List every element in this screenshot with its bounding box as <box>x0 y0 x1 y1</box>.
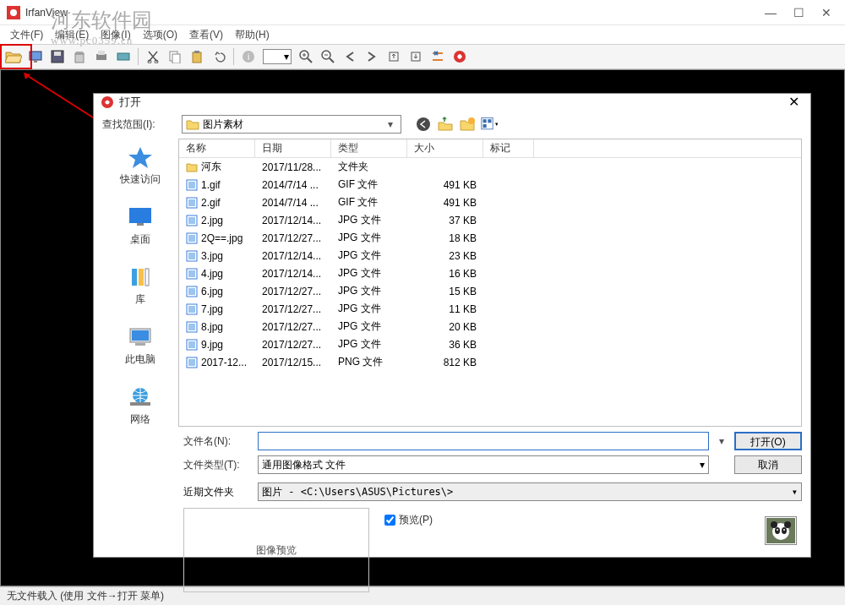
svg-rect-46 <box>135 343 145 346</box>
svg-point-77 <box>777 529 778 531</box>
viewmode-icon[interactable]: ▾ <box>481 116 498 133</box>
chevron-down-icon: ▾ <box>700 459 705 471</box>
sidebar-item-label: 此电脑 <box>125 352 155 367</box>
folder-icon <box>186 118 199 130</box>
minimize-button[interactable]: — <box>765 6 777 19</box>
svg-rect-40 <box>137 223 144 226</box>
toolbar: i ▾ <box>0 44 845 69</box>
col-type[interactable]: 类型 <box>331 139 407 157</box>
preview-checkbox-input[interactable] <box>384 515 395 526</box>
col-date[interactable]: 日期 <box>255 139 331 157</box>
filename-dropdown-icon[interactable]: ▾ <box>716 435 728 447</box>
file-row[interactable]: 4.jpg2017/12/14...JPG 文件16 KB <box>179 264 801 282</box>
svg-marker-38 <box>128 147 152 168</box>
preview-checkbox[interactable]: 预览(P) <box>384 513 797 527</box>
settings-icon[interactable] <box>428 46 448 67</box>
file-row[interactable]: 9.jpg2017/12/27...JPG 文件36 KB <box>179 335 801 353</box>
file-row[interactable]: 8.jpg2017/12/27...JPG 文件20 KB <box>179 318 801 335</box>
svg-rect-15 <box>194 51 199 53</box>
menu-edit[interactable]: 编辑(E) <box>52 26 92 44</box>
menu-options[interactable]: 选项(O) <box>139 26 181 44</box>
col-name[interactable]: 名称 <box>179 139 255 157</box>
app-icon <box>7 6 20 19</box>
menu-view[interactable]: 查看(V) <box>186 26 226 44</box>
open-button[interactable]: 打开(O) <box>734 432 802 450</box>
file-row[interactable]: 2.jpg2017/12/14...JPG 文件37 KB <box>179 211 801 229</box>
col-tag[interactable]: 标记 <box>483 139 534 157</box>
annotation-arrow <box>24 73 100 123</box>
places-sidebar: 快速访问桌面库此电脑网络 <box>102 139 178 427</box>
file-row[interactable]: 6.jpg2017/12/27...JPG 文件15 KB <box>179 282 801 300</box>
file-row[interactable]: 2Q==.jpg2017/12/27...JPG 文件18 KB <box>179 229 801 247</box>
cut-icon[interactable] <box>143 46 163 67</box>
copy-icon[interactable] <box>165 46 185 67</box>
back-icon[interactable] <box>415 116 432 133</box>
sidebar-item-star[interactable]: 快速访问 <box>120 145 161 187</box>
sidebar-item-label: 网络 <box>130 412 150 427</box>
svg-rect-45 <box>132 330 149 341</box>
svg-rect-35 <box>488 119 491 123</box>
print-icon[interactable] <box>91 46 112 67</box>
about-icon[interactable] <box>450 46 470 67</box>
svg-rect-8 <box>98 51 105 55</box>
file-row[interactable]: 3.jpg2017/12/14...JPG 文件23 KB <box>179 247 801 264</box>
library-icon <box>127 265 154 289</box>
svg-point-32 <box>468 117 475 124</box>
svg-rect-43 <box>145 269 149 286</box>
prev-icon[interactable] <box>340 46 360 67</box>
newfolder-icon[interactable] <box>459 116 476 133</box>
last-icon[interactable] <box>406 46 426 67</box>
chevron-down-icon: ▾ <box>792 486 798 498</box>
svg-rect-62 <box>188 288 195 295</box>
col-size[interactable]: 大小 <box>407 139 483 157</box>
preview-checkbox-label: 预览(P) <box>399 513 433 527</box>
svg-rect-3 <box>34 60 37 63</box>
menu-file[interactable]: 文件(F) <box>7 26 46 44</box>
file-row[interactable]: 河东2017/11/28...文件夹 <box>179 158 801 176</box>
paste-icon[interactable] <box>187 46 207 67</box>
highlight-open <box>0 44 32 69</box>
close-button[interactable]: ✕ <box>821 6 831 19</box>
next-icon[interactable] <box>362 46 382 67</box>
sidebar-item-network[interactable]: 网络 <box>127 385 154 427</box>
filelist-header: 名称 日期 类型 大小 标记 <box>179 139 801 158</box>
cancel-button[interactable]: 取消 <box>734 455 802 474</box>
lookin-combo[interactable]: 图片素材 ▾ <box>182 115 401 134</box>
scan-icon[interactable] <box>113 46 134 67</box>
file-row[interactable]: 7.jpg2017/12/27...JPG 文件11 KB <box>179 300 801 318</box>
filetype-combo[interactable]: 通用图像格式 文件 ▾ <box>258 455 709 474</box>
undo-icon[interactable] <box>209 46 229 67</box>
svg-rect-13 <box>172 54 180 63</box>
sidebar-item-label: 桌面 <box>130 232 150 247</box>
sidebar-item-library[interactable]: 库 <box>127 265 154 307</box>
filename-input[interactable] <box>258 432 709 450</box>
delete-icon[interactable] <box>69 46 90 67</box>
sidebar-item-label: 库 <box>135 292 145 307</box>
color-select[interactable]: ▾ <box>260 46 294 67</box>
file-row[interactable]: 2017-12...2017/12/15...PNG 文件812 KB <box>179 353 801 371</box>
first-icon[interactable] <box>384 46 404 67</box>
file-row[interactable]: 1.gif2014/7/14 ...GIF 文件491 KB <box>179 176 801 194</box>
lookin-value: 图片素材 <box>203 117 384 132</box>
titlebar: IrfanView — ☐ ✕ <box>0 0 845 25</box>
up-icon[interactable] <box>437 116 454 133</box>
zoom-in-icon[interactable] <box>296 46 316 67</box>
sidebar-item-desktop[interactable]: 桌面 <box>127 205 154 247</box>
dialog-close-button[interactable]: ✕ <box>783 94 804 110</box>
sidebar-item-label: 快速访问 <box>120 172 161 187</box>
file-row[interactable]: 2.gif2014/7/14 ...GIF 文件491 KB <box>179 194 801 211</box>
svg-line-19 <box>308 58 312 63</box>
sidebar-item-pc[interactable]: 此电脑 <box>125 325 155 367</box>
svg-point-74 <box>784 521 791 528</box>
preview-label: 图像预览 <box>256 543 297 558</box>
menu-help[interactable]: 帮助(H) <box>232 26 273 44</box>
menu-image[interactable]: 图像(I) <box>97 26 134 44</box>
svg-rect-50 <box>188 182 195 188</box>
maximize-button[interactable]: ☐ <box>793 6 804 19</box>
file-list: 名称 日期 类型 大小 标记 河东2017/11/28...文件夹1.gif20… <box>178 139 802 427</box>
recent-label: 近期文件夹 <box>183 485 251 499</box>
recent-combo[interactable]: 图片 - <C:\Users\ASUS\Pictures\> ▾ <box>258 482 802 501</box>
zoom-out-icon[interactable] <box>318 46 338 67</box>
info-icon[interactable]: i <box>238 46 259 67</box>
save-icon[interactable] <box>47 46 68 67</box>
